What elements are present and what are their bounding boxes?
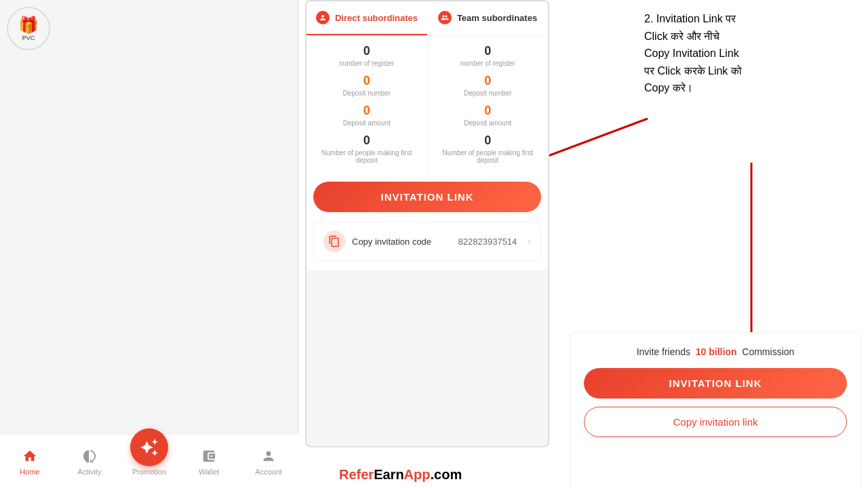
- stats-direct: 0 number of register 0 Deposit number 0 …: [307, 36, 428, 172]
- invitation-btn-label: INVITATION LINK: [381, 191, 474, 203]
- pvc-badge: 🎁 PVC: [7, 7, 50, 50]
- direct-register-value: 0: [312, 44, 422, 58]
- tab-direct-label: Direct subordinates: [335, 13, 418, 23]
- copy-code-row[interactable]: Copy invitation code 822823937514 ›: [313, 222, 541, 261]
- tab-team[interactable]: Team subordinates: [427, 1, 548, 35]
- right-invite-panel: Invite friends 10 billion Commission INV…: [570, 332, 861, 488]
- pvc-label: PVC: [22, 35, 35, 41]
- stats-team: 0 number of register 0 Deposit number 0 …: [428, 36, 549, 172]
- annotation-2: 2. Invitation Link पर Click करे और नीचे …: [644, 10, 742, 97]
- nav-activity-label: Activity: [78, 468, 102, 476]
- copy-link-btn-label: Copy invitation link: [673, 416, 757, 428]
- invitation-link-button-right[interactable]: INVITATION LINK: [584, 368, 847, 399]
- nav-wallet-label: Wallet: [199, 468, 219, 476]
- team-register-label: number of register: [433, 60, 543, 67]
- copy-invitation-link-button[interactable]: Copy invitation link: [584, 407, 847, 437]
- right-inv-btn-label: INVITATION LINK: [669, 378, 762, 389]
- copy-code-number: 822823937514: [458, 237, 517, 247]
- team-first-dep-value: 0: [433, 134, 543, 148]
- team-deposit-amt-value: 0: [433, 104, 543, 118]
- team-register-value: 0: [433, 44, 543, 58]
- subordinates-card: Direct subordinates Team subordinates 0 …: [307, 1, 548, 270]
- nav-account[interactable]: Account: [245, 447, 292, 476]
- account-icon: [260, 447, 277, 465]
- watermark: ReferEarnApp.com: [339, 467, 462, 483]
- home-icon: [21, 447, 39, 465]
- team-first-dep-label: Number of people making first deposit: [433, 149, 543, 164]
- nav-home[interactable]: Home: [6, 447, 54, 476]
- direct-deposit-num-value: 0: [312, 74, 422, 88]
- direct-deposit-amt-label: Deposit amount: [312, 119, 422, 127]
- wallet-icon: [200, 447, 218, 465]
- nav-account-label: Account: [255, 468, 282, 476]
- team-icon: [438, 11, 452, 24]
- direct-first-dep-label: Number of people making first deposit: [312, 149, 422, 164]
- copy-icon: [323, 230, 345, 252]
- team-deposit-amt-label: Deposit amount: [433, 119, 543, 127]
- direct-icon: [316, 11, 330, 24]
- bottom-nav: Home Activity Promotion: [0, 434, 298, 488]
- invite-tagline: Invite friends 10 billion Commission: [584, 346, 847, 357]
- invitation-link-button-phone[interactable]: INVITATION LINK: [313, 182, 541, 212]
- direct-deposit-num-label: Deposit number: [312, 89, 422, 97]
- direct-register-label: number of register: [312, 60, 422, 67]
- app-panel: 🎁 PVC Home Activity: [0, 0, 298, 488]
- direct-deposit-amt-value: 0: [312, 104, 422, 118]
- copy-code-label: Copy invitation code: [352, 237, 452, 247]
- nav-activity[interactable]: Activity: [66, 447, 113, 476]
- nav-home-label: Home: [20, 468, 39, 476]
- promotion-circle: [130, 428, 168, 466]
- phone-screen: Direct subordinates Team subordinates 0 …: [305, 0, 549, 447]
- activity-icon: [81, 447, 98, 465]
- direct-first-dep-value: 0: [312, 134, 422, 148]
- chevron-icon: ›: [528, 236, 531, 247]
- nav-promotion[interactable]: Promotion: [125, 447, 173, 476]
- stats-grid: 0 number of register 0 Deposit number 0 …: [307, 36, 548, 172]
- tab-team-label: Team subordinates: [457, 13, 537, 23]
- team-deposit-num-value: 0: [433, 74, 543, 88]
- nav-promotion-label: Promotion: [132, 468, 166, 476]
- tab-direct[interactable]: Direct subordinates: [307, 1, 427, 35]
- team-deposit-num-label: Deposit number: [433, 89, 543, 97]
- subordinates-tabs: Direct subordinates Team subordinates: [307, 1, 548, 36]
- svg-line-4: [539, 119, 648, 159]
- nav-wallet[interactable]: Wallet: [185, 447, 233, 476]
